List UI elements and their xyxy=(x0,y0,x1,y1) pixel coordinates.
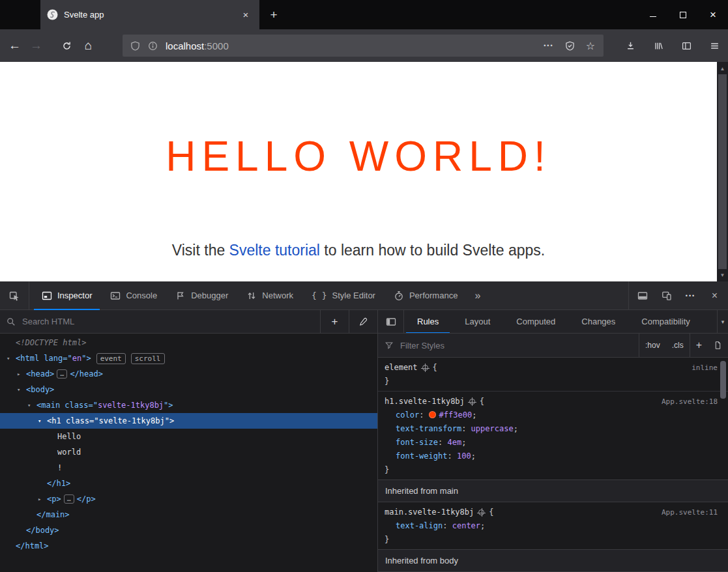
rule-selector[interactable]: h1.svelte-1tky8bj xyxy=(385,395,465,408)
collapsed-ellipsis-chip[interactable]: … xyxy=(64,494,74,504)
rule-selector[interactable]: main.svelte-1tky8bj xyxy=(385,506,474,519)
back-button[interactable]: ← xyxy=(4,35,25,56)
node-picker-button[interactable] xyxy=(0,281,29,309)
markup-row[interactable]: ▾<body> xyxy=(0,382,377,397)
selector-target-icon[interactable] xyxy=(478,509,484,515)
markup-token: </head> xyxy=(70,369,103,379)
markup-row[interactable]: <!DOCTYPE html> xyxy=(0,335,377,350)
library-button[interactable] xyxy=(648,35,669,56)
rule-source-link[interactable]: App.svelte:18 xyxy=(656,395,718,408)
forward-button[interactable]: → xyxy=(25,35,47,56)
collapse-twisty-icon[interactable]: ▾ xyxy=(7,350,10,366)
expand-twisty-icon[interactable]: ▸ xyxy=(17,366,20,382)
print-media-sheet-icon[interactable] xyxy=(708,334,728,357)
selector-target-icon[interactable] xyxy=(422,365,428,371)
css-declaration[interactable]: text-align: center; xyxy=(378,519,728,533)
rule-selector[interactable]: element xyxy=(385,361,418,375)
protections-shield-icon[interactable] xyxy=(565,41,575,51)
markup-row[interactable]: ▸<p>…</p> xyxy=(0,491,377,507)
eyedropper-button[interactable] xyxy=(349,310,377,333)
expand-twisty-icon[interactable]: ▸ xyxy=(38,491,41,507)
collapse-twisty-icon[interactable]: ▾ xyxy=(38,413,41,429)
page-scrollbar[interactable]: ▲ ▼ xyxy=(717,62,728,281)
tracking-shield-icon[interactable] xyxy=(130,41,140,51)
css-declaration[interactable]: font-weight: 100; xyxy=(378,450,728,463)
inspector-icon xyxy=(42,291,52,301)
devtools-tab-console[interactable]: Console xyxy=(101,281,166,309)
url-text[interactable]: localhost:5000 xyxy=(166,40,229,51)
devtools-tab-performance[interactable]: Performance xyxy=(385,281,467,309)
svelte-tutorial-link[interactable]: Svelte tutorial xyxy=(229,242,320,259)
site-info-icon[interactable] xyxy=(148,41,158,51)
sidebar-tab-layout[interactable]: Layout xyxy=(452,310,503,333)
markup-row[interactable]: ▾<main class="svelte-1tky8bj"> xyxy=(0,397,377,413)
minimize-button[interactable] xyxy=(638,0,668,29)
sidebar-tab-computed[interactable]: Computed xyxy=(503,310,568,333)
markup-row[interactable]: ▾<html lang="en">eventscroll xyxy=(0,350,377,366)
markup-row[interactable]: </html> xyxy=(0,538,377,554)
add-rule-button[interactable]: + xyxy=(690,334,708,357)
class-toggle[interactable]: .cls xyxy=(666,334,690,357)
sidebar-tab-compatibility[interactable]: Compatibility xyxy=(628,310,703,333)
markup-row[interactable]: </body> xyxy=(0,522,377,538)
scroll-down-icon[interactable]: ▼ xyxy=(717,270,728,280)
rule-source-link[interactable]: App.svelte:11 xyxy=(656,506,718,519)
collapsed-ellipsis-chip[interactable]: … xyxy=(57,369,67,379)
css-declaration[interactable]: color: #ff3e00; xyxy=(378,408,728,422)
sidebar-tab-changes[interactable]: Changes xyxy=(568,310,628,333)
add-node-button[interactable]: + xyxy=(320,310,349,333)
menu-hamburger-button[interactable] xyxy=(704,35,725,56)
collapse-twisty-icon[interactable]: ▾ xyxy=(17,382,20,397)
markup-row[interactable]: </main> xyxy=(0,507,377,522)
markup-row[interactable]: ▸<head>…</head> xyxy=(0,366,377,382)
rules-scrollbar-thumb[interactable] xyxy=(720,361,726,399)
sidebar-tab-rules[interactable]: Rules xyxy=(404,310,452,333)
tab-close-icon[interactable]: × xyxy=(239,8,253,22)
browser-tab[interactable]: Svelte app × xyxy=(40,0,259,29)
maximize-button[interactable] xyxy=(668,0,698,29)
sidebar-tabs-overflow-icon[interactable]: ▾ xyxy=(717,310,728,333)
color-swatch[interactable] xyxy=(429,411,436,418)
home-button[interactable]: ⌂ xyxy=(78,35,99,56)
event-badge[interactable]: event xyxy=(96,353,126,364)
sidebar-toggle-button[interactable] xyxy=(676,35,697,56)
markup-row[interactable]: world xyxy=(0,444,377,460)
filter-styles-input[interactable] xyxy=(399,340,639,351)
split-console-button[interactable] xyxy=(630,281,654,309)
devtools-tab-network[interactable]: Network xyxy=(237,281,302,309)
markup-row-selected[interactable]: ▾<h1 class="svelte-1tky8bj"> xyxy=(0,413,377,429)
markup-row[interactable]: ! xyxy=(0,460,377,476)
bookmark-star-icon[interactable]: ☆ xyxy=(586,40,595,52)
markup-token: svelte-1tky8bj xyxy=(99,416,165,425)
search-html-input[interactable] xyxy=(21,316,320,327)
devtools-toolbar-actions: ••• × xyxy=(628,281,728,309)
collapse-twisty-icon[interactable]: ▾ xyxy=(27,397,31,413)
page-actions-icon[interactable]: ••• xyxy=(544,42,553,49)
downloads-button[interactable] xyxy=(620,35,641,56)
devtools-close-button[interactable]: × xyxy=(703,281,727,309)
devtools-tab-debugger[interactable]: Debugger xyxy=(166,281,237,309)
markup-row[interactable]: </h1> xyxy=(0,476,377,491)
markup-row[interactable]: Hello xyxy=(0,429,377,444)
reload-button[interactable] xyxy=(56,35,78,56)
css-declaration[interactable]: text-transform: uppercase; xyxy=(378,422,728,436)
responsive-mode-button[interactable] xyxy=(654,281,678,309)
colon: : xyxy=(419,410,428,420)
devtools-tab-style-editor[interactable]: { } Style Editor xyxy=(302,281,385,309)
new-tab-button[interactable]: + xyxy=(263,6,284,24)
inspector-sidebar-pane: Rules Layout Computed Changes Compatibil… xyxy=(378,310,728,572)
pseudo-class-toggle[interactable]: :hov xyxy=(639,334,666,357)
three-pane-toggle-button[interactable] xyxy=(378,310,404,333)
devtools-menu-button[interactable]: ••• xyxy=(678,281,703,309)
browser-window: Svelte app × + × ← → ⌂ localhost:500 xyxy=(0,0,728,572)
css-declaration[interactable]: font-size: 4em; xyxy=(378,436,728,450)
more-tabs-chevron[interactable]: » xyxy=(467,290,488,302)
devtools-tab-inspector[interactable]: Inspector xyxy=(33,281,101,309)
selector-target-icon[interactable] xyxy=(469,399,475,405)
scroll-up-icon[interactable]: ▲ xyxy=(717,63,728,74)
scrollbar-thumb[interactable] xyxy=(718,74,727,269)
scroll-badge[interactable]: scroll xyxy=(131,353,165,364)
close-window-button[interactable]: × xyxy=(698,0,728,29)
rule-source-link[interactable]: inline xyxy=(686,361,718,375)
url-bar[interactable]: localhost:5000 ••• ☆ xyxy=(123,35,604,57)
